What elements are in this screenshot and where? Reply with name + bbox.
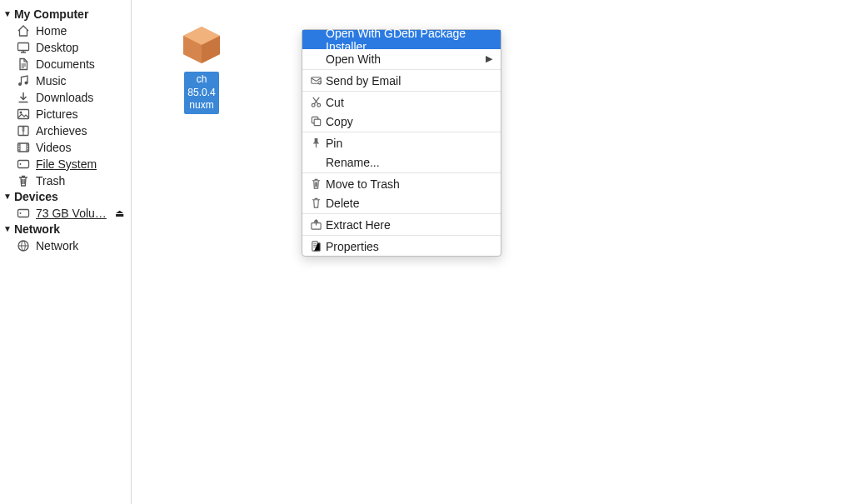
menu-separator (302, 132, 501, 132)
svg-point-8 (20, 163, 22, 165)
filesystem-icon (17, 157, 30, 171)
downloads-icon (17, 91, 30, 104)
blank-icon (309, 52, 322, 66)
disclosure-triangle-icon: ▼ (3, 192, 12, 201)
disclosure-triangle-icon: ▼ (3, 225, 12, 233)
svg-point-1 (18, 82, 22, 86)
cut-icon (309, 96, 322, 109)
sidebar-item-desktop[interactable]: Desktop (0, 39, 131, 56)
sidebar-category-2[interactable]: ▼Network (0, 222, 131, 237)
sidebar-item-label: Home (36, 24, 67, 37)
menu-item-label: Rename... (326, 156, 492, 169)
blank-icon (309, 156, 322, 169)
menu-item-label: Send by Email (326, 74, 492, 87)
desktop-icon (17, 41, 30, 54)
menu-item-label: Delete (326, 197, 492, 210)
eject-icon[interactable]: ⏏ (115, 207, 124, 219)
sidebar: ▼My ComputerHomeDesktopDocumentsMusicDow… (0, 0, 132, 504)
sidebar-item-documents[interactable]: Documents (0, 56, 131, 72)
menu-item-move-to-trash[interactable]: Move to Trash (302, 174, 501, 193)
sidebar-item-music[interactable]: Music (0, 72, 131, 89)
svg-rect-0 (18, 43, 29, 51)
sidebar-item-label: Trash (36, 174, 65, 187)
copy-icon (309, 115, 322, 128)
menu-item-pin[interactable]: Pin (302, 133, 501, 152)
svg-rect-7 (18, 161, 29, 168)
menu-item-label: Copy (326, 115, 492, 128)
sidebar-item-label: 73 GB Volu… (36, 207, 107, 220)
videos-icon (17, 141, 30, 154)
sidebar-item-home[interactable]: Home (0, 22, 131, 39)
sidebar-category-0[interactable]: ▼My Computer (0, 7, 131, 22)
content-pane[interactable]: ch 85.0.4 nuxm Open With GDebi Package I… (132, 0, 853, 504)
sidebar-item-file-system[interactable]: File System (0, 156, 131, 172)
disclosure-triangle-icon: ▼ (3, 10, 12, 18)
menu-item-label: Open With (326, 52, 486, 66)
file-manager: ▼My ComputerHomeDesktopDocumentsMusicDow… (0, 0, 853, 504)
menu-item-extract-here[interactable]: Extract Here (302, 215, 501, 234)
sidebar-item-videos[interactable]: Videos (0, 139, 131, 156)
sidebar-item-label: Desktop (36, 41, 78, 54)
menu-item-delete[interactable]: Delete (302, 193, 501, 212)
menu-separator (302, 172, 501, 173)
menu-item-cut[interactable]: Cut (302, 92, 501, 112)
category-label: My Computer (14, 7, 88, 21)
menu-item-open-with-gdebi-package-installer[interactable]: Open With GDebi Package Installer (302, 30, 501, 49)
sidebar-item-label: Downloads (36, 91, 93, 104)
svg-rect-3 (18, 110, 29, 119)
blank-icon (309, 33, 322, 47)
sidebar-item-archieves[interactable]: Archieves (0, 122, 131, 139)
menu-item-label: Extract Here (326, 218, 492, 232)
category-label: Devices (14, 190, 58, 203)
sidebar-item-label: File System (36, 157, 97, 171)
documents-icon (17, 57, 30, 71)
trash-bin-icon (309, 177, 322, 191)
archives-icon (17, 124, 30, 137)
menu-separator (302, 213, 501, 214)
svg-rect-9 (18, 210, 29, 217)
menu-item-properties[interactable]: Properties (302, 237, 501, 256)
volume-icon (17, 207, 30, 220)
menu-item-rename-[interactable]: Rename... (302, 152, 501, 172)
sidebar-item-label: Music (36, 74, 67, 87)
menu-item-label: Properties (326, 240, 492, 253)
svg-point-10 (20, 212, 22, 214)
sidebar-item-label: Archieves (36, 124, 87, 137)
sidebar-item-downloads[interactable]: Downloads (0, 89, 131, 106)
extract-icon (309, 218, 322, 232)
pin-icon (309, 137, 322, 150)
svg-point-2 (25, 82, 28, 85)
menu-item-send-by-email[interactable]: Send by Email (302, 71, 501, 90)
trash-icon (17, 174, 30, 187)
menu-separator (302, 69, 501, 70)
file-tile-selected[interactable]: ch 85.0.4 nuxm (155, 20, 248, 114)
category-label: Network (14, 222, 60, 236)
music-icon (17, 74, 30, 87)
sidebar-item-label: Videos (36, 141, 72, 154)
file-name-label: ch 85.0.4 nuxm (184, 72, 218, 114)
menu-item-label: Pin (326, 137, 492, 150)
deb-package-icon (177, 20, 227, 70)
network-icon (17, 239, 30, 252)
sidebar-item-label: Documents (36, 57, 95, 71)
home-icon (17, 24, 30, 37)
menu-item-open-with[interactable]: Open With▶ (302, 49, 501, 68)
sidebar-item-label: Network (36, 239, 78, 252)
sidebar-item-trash[interactable]: Trash (0, 172, 131, 189)
menu-item-label: Cut (326, 96, 492, 109)
properties-icon (309, 240, 322, 253)
sidebar-item-73-gb-volu-[interactable]: 73 GB Volu…⏏ (0, 205, 131, 222)
submenu-arrow-icon: ▶ (486, 53, 492, 64)
svg-point-4 (20, 112, 22, 114)
sidebar-item-label: Pictures (36, 107, 78, 121)
svg-rect-21 (314, 119, 321, 126)
menu-item-copy[interactable]: Copy (302, 112, 501, 131)
context-menu: Open With GDebi Package InstallerOpen Wi… (302, 29, 501, 257)
delete-icon (309, 197, 322, 210)
sidebar-item-network[interactable]: Network (0, 237, 131, 254)
menu-item-label: Open With GDebi Package Installer (326, 27, 492, 53)
svg-rect-16 (311, 77, 320, 84)
pictures-icon (17, 107, 30, 121)
sidebar-category-1[interactable]: ▼Devices (0, 189, 131, 205)
sidebar-item-pictures[interactable]: Pictures (0, 106, 131, 122)
